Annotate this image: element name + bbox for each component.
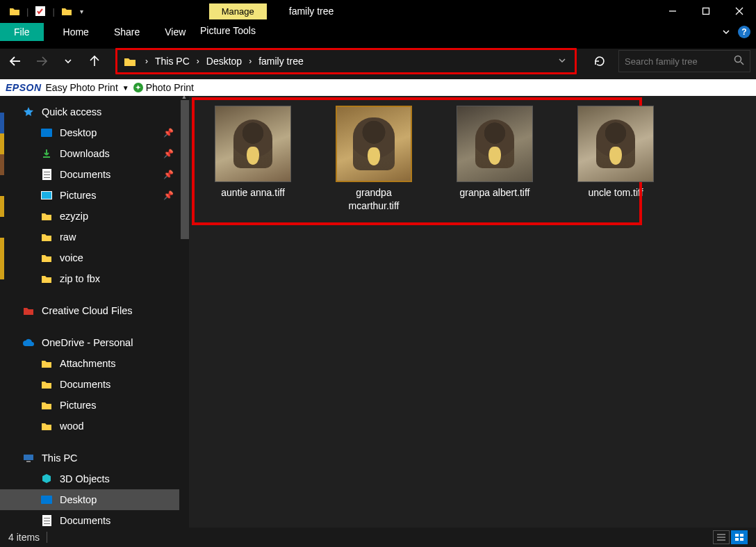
sidebar-item-od-pictures[interactable]: Pictures [0, 395, 189, 416]
sidebar-item-3d-objects[interactable]: 3D Objects [0, 468, 189, 489]
refresh-button[interactable] [591, 55, 609, 67]
svg-rect-11 [26, 461, 31, 462]
status-bar: 4 items [0, 528, 756, 547]
tab-home[interactable]: Home [51, 24, 101, 40]
file-tab[interactable]: File [0, 23, 44, 41]
title-bar: | | ▾ Manage family tree [0, 0, 756, 22]
svg-rect-10 [24, 455, 33, 460]
sidebar-item-od-documents[interactable]: Documents [0, 374, 189, 395]
sidebar-item-documents[interactable]: Documents📌 [0, 164, 189, 185]
epson-logo: EPSON [6, 82, 42, 93]
divider [47, 532, 47, 543]
downloads-icon [40, 147, 53, 160]
svg-rect-17 [735, 538, 739, 541]
context-tab-group: Manage family tree [209, 3, 334, 19]
dropdown-icon[interactable]: ▼ [122, 84, 129, 92]
star-icon [22, 106, 35, 118]
pin-icon: 📌 [163, 149, 174, 158]
this-pc-icon [22, 452, 35, 464]
sidebar-this-pc[interactable]: This PC [0, 448, 189, 468]
svg-rect-16 [740, 534, 743, 537]
back-button[interactable] [6, 54, 25, 69]
folder-icon [40, 252, 53, 264]
thumbnail-image [577, 106, 654, 182]
svg-point-8 [735, 56, 741, 63]
sidebar-item-ezyzip[interactable]: ezyzip [0, 206, 189, 227]
details-view-button[interactable] [713, 530, 730, 544]
manage-tab[interactable]: Manage [209, 3, 267, 19]
divider: | [24, 6, 31, 17]
edge-decoration [0, 113, 4, 279]
creative-cloud-icon [22, 304, 35, 317]
svg-rect-18 [740, 538, 743, 541]
qat-dropdown-icon[interactable]: ▾ [76, 5, 88, 17]
thumbnails-view-button[interactable] [731, 530, 748, 544]
pin-icon: 📌 [163, 190, 174, 200]
sidebar-quick-access[interactable]: Quick access [0, 101, 189, 122]
window-controls [656, 0, 756, 22]
photo-print-icon: ✦ [133, 83, 143, 92]
sidebar-item-wood[interactable]: wood [0, 416, 189, 436]
sidebar-item-raw[interactable]: raw [0, 227, 189, 247]
3d-objects-icon [40, 473, 53, 485]
search-box[interactable]: Search family tree [618, 50, 750, 72]
navigation-bar: › This PC › Desktop › family tree Search… [0, 49, 756, 74]
pictures-icon [40, 189, 53, 202]
svg-line-9 [741, 62, 743, 65]
folder-icon[interactable] [8, 5, 21, 17]
help-button[interactable]: ? [738, 26, 750, 38]
pin-icon: 📌 [163, 170, 174, 179]
sidebar-scrollbar[interactable]: ▲ ▼ [179, 96, 189, 534]
close-button[interactable] [723, 0, 756, 22]
folder-icon [40, 357, 53, 370]
svg-rect-15 [735, 534, 739, 537]
crumb-this-pc[interactable]: This PC [152, 56, 192, 67]
label: Quick access [42, 106, 101, 117]
folder-icon [40, 231, 53, 243]
ribbon-tabs: File Home Share View Picture Tools ? [0, 22, 756, 42]
desktop-icon [40, 493, 53, 506]
sidebar-item-voice[interactable]: voice [0, 247, 189, 268]
pin-icon: 📌 [163, 128, 174, 138]
address-bar[interactable]: › This PC › Desktop › family tree [115, 48, 577, 74]
sidebar-item-downloads[interactable]: Downloads📌 [0, 143, 189, 164]
folder-icon [40, 210, 53, 222]
address-dropdown-icon[interactable] [554, 56, 570, 67]
minimize-button[interactable] [656, 0, 689, 22]
sidebar-item-pictures[interactable]: Pictures📌 [0, 185, 189, 206]
documents-icon [40, 168, 53, 181]
chevron-right-icon[interactable]: › [245, 56, 256, 66]
search-placeholder: Search family tree [625, 56, 698, 67]
folder-icon [40, 378, 53, 391]
chevron-right-icon[interactable]: › [141, 56, 152, 66]
desktop-icon [40, 126, 53, 139]
file-list-pane[interactable]: auntie anna.tiff grandpa mcarthur.tiff g… [189, 96, 756, 534]
onedrive-icon [22, 336, 35, 349]
sidebar-item-zip-to-fbx[interactable]: zip to fbx [0, 268, 189, 289]
up-button[interactable] [85, 54, 104, 68]
navigation-pane: Quick access Desktop📌 Downloads📌 Documen… [0, 96, 189, 534]
crumb-desktop[interactable]: Desktop [204, 56, 245, 67]
thumbnail-image [457, 106, 533, 182]
sidebar-item-pc-desktop[interactable]: Desktop [0, 489, 189, 510]
sidebar-item-attachments[interactable]: Attachments [0, 353, 189, 374]
easy-photo-print-button[interactable]: Easy Photo Print [46, 82, 118, 93]
scroll-thumb[interactable] [181, 100, 189, 239]
crumb-current[interactable]: family tree [256, 56, 306, 67]
sidebar-onedrive[interactable]: OneDrive - Personal [0, 332, 189, 353]
maximize-button[interactable] [689, 0, 723, 22]
recent-locations-button[interactable] [58, 57, 78, 65]
chevron-right-icon[interactable]: › [192, 56, 204, 66]
sidebar-item-desktop[interactable]: Desktop📌 [0, 122, 189, 143]
search-icon[interactable] [734, 55, 744, 67]
properties-icon[interactable] [34, 5, 47, 17]
folder-icon[interactable] [60, 5, 73, 17]
forward-button[interactable] [32, 54, 51, 69]
sidebar-creative-cloud[interactable]: Creative Cloud Files [0, 300, 189, 321]
ribbon-collapse-icon[interactable] [721, 27, 731, 37]
item-count: 4 items [8, 532, 40, 543]
photo-print-button[interactable]: Photo Print [146, 82, 194, 93]
tab-share[interactable]: Share [101, 24, 152, 40]
thumbnail-image [215, 106, 291, 182]
tab-picture-tools[interactable]: Picture Tools [192, 22, 264, 39]
